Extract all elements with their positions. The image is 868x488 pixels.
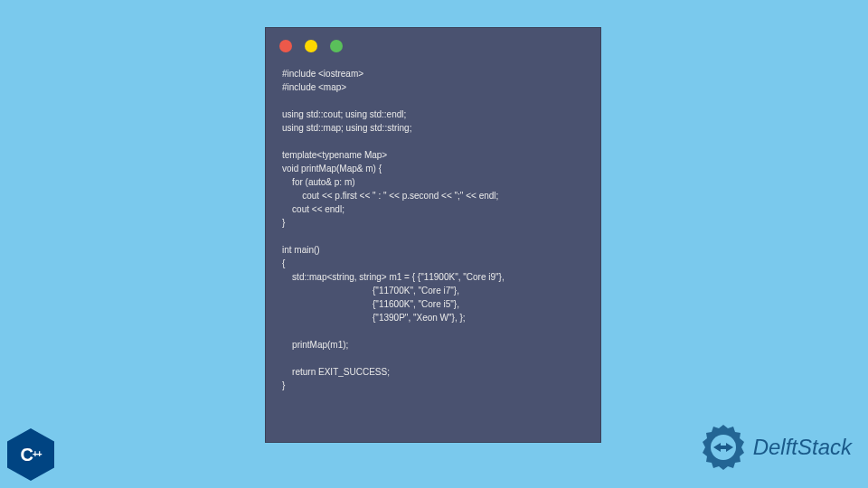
close-icon[interactable]: [279, 40, 292, 52]
code-line: printMap(m1);: [282, 340, 348, 350]
code-line: {"1390P", "Xeon W"}, };: [282, 313, 466, 323]
minimize-icon[interactable]: [305, 40, 317, 52]
code-line: #include <iostream>: [282, 69, 363, 79]
code-line: return EXIT_SUCCESS;: [282, 367, 390, 377]
code-line: cout << endl;: [282, 204, 344, 214]
gear-icon: [699, 423, 748, 472]
cpp-label: C++: [20, 445, 41, 465]
code-line: {"11600K", "Core i5"},: [282, 299, 459, 309]
code-line: #include <map>: [282, 82, 346, 92]
code-line: template<typename Map>: [282, 150, 387, 160]
code-line: {"11700K", "Core i7"},: [282, 286, 459, 296]
code-content: #include <iostream> #include <map> using…: [266, 60, 600, 399]
svg-rect-1: [721, 446, 726, 449]
code-line: void printMap(Map& m) {: [282, 164, 382, 174]
code-line: }: [282, 218, 285, 228]
cpp-badge: C++: [7, 428, 60, 481]
delftstack-logo: DelftStack: [699, 423, 852, 472]
code-line: }: [282, 380, 285, 390]
code-line: {: [282, 258, 285, 268]
code-window: #include <iostream> #include <map> using…: [265, 27, 601, 443]
code-line: using std::map; using std::string;: [282, 123, 411, 133]
code-line: std::map<string, string> m1 = { {"11900K…: [282, 272, 505, 282]
delftstack-label: DelftStack: [753, 435, 852, 460]
code-line: for (auto& p: m): [282, 177, 355, 187]
code-line: using std::cout; using std::endl;: [282, 109, 406, 119]
window-controls: [266, 28, 600, 60]
maximize-icon[interactable]: [330, 40, 343, 52]
code-line: int main(): [282, 245, 320, 255]
cpp-hexagon-icon: C++: [7, 428, 54, 481]
code-line: cout << p.first << " : " << p.second << …: [282, 191, 498, 201]
